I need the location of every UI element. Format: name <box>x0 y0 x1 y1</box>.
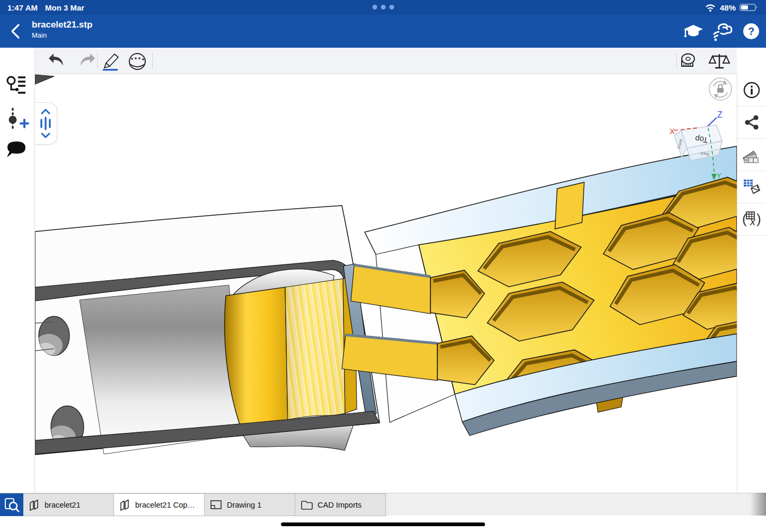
tab-label: bracelet21 Cop… <box>135 501 195 509</box>
svg-text:x: x <box>750 216 756 227</box>
right-panel: ( x ) <box>737 74 766 493</box>
mass-properties-icon[interactable] <box>709 54 729 68</box>
view-cube-top-label: Top <box>694 135 708 145</box>
bracelet-left-link[interactable] <box>35 206 380 455</box>
part-studio-icon <box>29 499 40 511</box>
tab-bar-shadow <box>750 493 766 516</box>
multitask-dots-icon[interactable] <box>372 5 394 10</box>
search-icon <box>4 497 20 513</box>
help-question-mark: ? <box>748 25 754 37</box>
back-chevron-icon[interactable] <box>7 22 25 40</box>
status-time: 1:47 AM <box>7 3 38 12</box>
tab-label: CAD Imports <box>318 501 362 509</box>
folder-icon <box>301 499 313 511</box>
tab-label: Drawing 1 <box>227 501 261 509</box>
home-indicator[interactable] <box>281 522 485 526</box>
axis-z-label: Z <box>717 110 723 119</box>
document-tab[interactable]: bracelet21 <box>23 493 114 516</box>
sketch-pencil-icon[interactable] <box>103 54 118 70</box>
redo-icon[interactable] <box>81 54 95 66</box>
model-edge-wedge[interactable] <box>35 75 54 84</box>
axis-x-label: X <box>670 127 675 136</box>
measure-tape-icon[interactable] <box>682 54 694 67</box>
bracelet-right-link[interactable] <box>342 146 737 436</box>
graduation-cap-icon[interactable] <box>683 21 704 42</box>
feature-drawer-handle[interactable] <box>35 102 57 145</box>
document-title: bracelet21.stp <box>32 19 92 31</box>
document-tab[interactable]: CAD Imports <box>295 493 386 516</box>
help-icon[interactable]: ? <box>741 21 762 42</box>
document-tab[interactable]: bracelet21 Cop… <box>114 493 205 516</box>
onshape-app-window: 1:47 AM Mon 3 Mar 48% bracelet21.stp Mai… <box>0 0 766 532</box>
svg-text:): ) <box>756 211 761 227</box>
insert-feature-icon[interactable] <box>9 109 29 131</box>
share-icon[interactable] <box>737 107 766 139</box>
document-tab[interactable]: Drawing 1 <box>205 493 295 516</box>
status-date: Mon 3 Mar <box>45 3 84 12</box>
comment-icon[interactable] <box>7 141 25 157</box>
3d-viewport[interactable]: Top Front Back X Z Y <box>35 74 737 493</box>
part-studio-icon <box>119 499 131 511</box>
undo-icon[interactable] <box>49 54 63 66</box>
appearance-icon[interactable] <box>737 139 766 171</box>
document-header: bracelet21.stp Main ? <box>0 15 766 48</box>
battery-icon <box>739 3 759 12</box>
toolbar-right-spacer <box>737 48 766 74</box>
info-icon[interactable] <box>737 74 766 107</box>
tab-label: bracelet21 <box>45 501 81 509</box>
battery-percent: 48% <box>720 3 736 12</box>
workspace-name[interactable]: Main <box>32 31 92 40</box>
tab-search-button[interactable] <box>0 493 23 516</box>
chevron-up-icon <box>42 110 49 113</box>
rotation-lock-button[interactable] <box>709 78 732 100</box>
drawing-icon <box>210 499 223 511</box>
axis-y-label: Y <box>717 172 721 180</box>
configuration-icon[interactable] <box>737 171 766 203</box>
left-rail <box>0 48 35 493</box>
status-bar: 1:47 AM Mon 3 Mar 48% <box>0 0 766 15</box>
variables-icon[interactable]: ( x ) <box>737 203 766 236</box>
model-toolbar <box>35 48 737 74</box>
offline-sync-icon[interactable] <box>711 21 733 42</box>
wifi-icon <box>705 3 716 12</box>
shaded-view-icon[interactable] <box>129 54 145 69</box>
drag-bars-icon <box>41 118 50 129</box>
feature-list-icon[interactable] <box>7 77 25 93</box>
document-tab-bar: bracelet21bracelet21 Cop…Drawing 1CAD Im… <box>0 493 766 516</box>
gold-tab <box>555 182 584 229</box>
chevron-down-icon <box>42 134 49 137</box>
